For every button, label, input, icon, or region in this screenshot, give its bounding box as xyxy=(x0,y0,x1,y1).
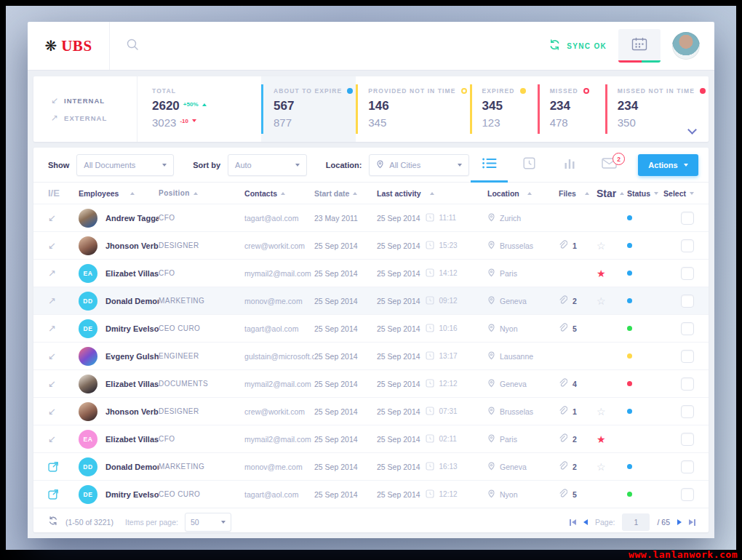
row-checkbox[interactable] xyxy=(681,350,694,363)
location-value: All Cities xyxy=(389,161,420,169)
calendar-button[interactable] xyxy=(618,29,661,63)
table-row[interactable]: DD Donald Demonov MARKETING monov@me.com… xyxy=(33,452,709,480)
result-range: (1-50 of 3221) xyxy=(65,518,113,527)
row-checkbox[interactable] xyxy=(681,212,694,225)
row-checkbox[interactable] xyxy=(681,460,694,473)
documents-filter-select[interactable]: All Documents xyxy=(76,154,174,176)
row-checkbox[interactable] xyxy=(681,377,694,391)
table-row[interactable]: ↙ Evgeny Gulshtein ENGINEER gulstain@mic… xyxy=(33,342,709,369)
delta-down-icon xyxy=(192,119,196,124)
first-page-button[interactable] xyxy=(570,519,576,526)
stat-label: ABOUT TO EXPIRE xyxy=(274,87,342,95)
column-header-employees[interactable]: Employees xyxy=(79,189,159,198)
row-checkbox[interactable] xyxy=(681,488,694,501)
stat-label: EXPIRED xyxy=(482,87,515,95)
star-icon[interactable]: ☆ xyxy=(597,240,624,252)
table-row[interactable]: ↗ DD Donald Demonov MARKETING monov@me.c… xyxy=(33,287,709,314)
last-page-button[interactable] xyxy=(689,519,695,526)
chevron-down-icon xyxy=(295,164,300,167)
employee-name: Evgeny Gulshtein xyxy=(105,352,159,361)
sort-caret-icon xyxy=(690,192,694,195)
status-dot xyxy=(627,353,632,359)
column-header-position[interactable]: Position xyxy=(159,189,244,197)
start-date-cell: 25 Sep 2014 xyxy=(314,380,377,388)
location-select[interactable]: All Cities xyxy=(369,154,469,176)
table-row[interactable]: ↗ EA Elizabet Villasa CFO mymail2@mail.c… xyxy=(33,259,709,287)
mail-view-tab[interactable]: 2 xyxy=(589,148,629,182)
stat-card[interactable]: ABOUT TO EXPIRE 567 877 xyxy=(261,76,356,142)
column-header-start-date[interactable]: Start date xyxy=(314,189,377,198)
files-cell: 4 xyxy=(559,378,597,389)
location-cell: Brusselas xyxy=(500,241,533,250)
stat-card[interactable]: MISSED 234 478 xyxy=(538,76,605,142)
row-checkbox[interactable] xyxy=(681,322,694,335)
row-checkbox[interactable] xyxy=(681,405,694,418)
avatar: DD xyxy=(79,292,97,311)
column-header-contacts[interactable]: Contacts xyxy=(244,189,314,198)
list-view-tab[interactable] xyxy=(469,148,509,182)
paperclip-icon xyxy=(559,489,567,500)
table-row[interactable]: ↙ Elizabet Villasa DOCUMENTS mymail2@mai… xyxy=(33,369,709,397)
internal-legend[interactable]: ↙ INTERNAL xyxy=(51,95,137,105)
files-cell xyxy=(559,268,597,279)
chart-view-tab[interactable] xyxy=(549,148,589,182)
files-cell: 2 xyxy=(559,295,597,306)
stat-label: MISSED NOT IN TIME xyxy=(618,87,695,95)
column-header-star[interactable]: Star xyxy=(597,188,624,199)
activity-date: 25 Sep 2014 xyxy=(377,324,420,333)
previous-page-button[interactable] xyxy=(583,519,588,525)
contact-cell: tagart@aol.com xyxy=(244,324,314,333)
external-legend[interactable]: ↗ EXTERNAL xyxy=(51,113,137,123)
files-cell: 2 xyxy=(559,461,597,472)
next-page-button[interactable] xyxy=(677,519,682,525)
row-checkbox[interactable] xyxy=(681,239,694,252)
row-checkbox[interactable] xyxy=(681,433,694,446)
search-icon[interactable] xyxy=(126,38,139,54)
star-icon[interactable]: ★ xyxy=(597,433,624,445)
column-header-select[interactable]: Select xyxy=(661,189,694,198)
stat-dot-icon xyxy=(461,88,467,94)
items-per-page-select[interactable]: 50 xyxy=(185,513,231,532)
ie-direction-icon: ↗ xyxy=(48,323,56,334)
column-header-location[interactable]: Location xyxy=(487,189,559,198)
table-row[interactable]: ↗ DE Dmitry Evelson CEO CURO tagart@aol.… xyxy=(33,314,709,342)
table-row[interactable]: ↙ Jhonson Verbitum DESIGNER crew@workit.… xyxy=(33,397,709,425)
column-header-files[interactable]: Files xyxy=(559,189,597,198)
ie-direction-icon: ↙ xyxy=(48,433,56,444)
files-count: 2 xyxy=(573,435,577,444)
star-icon[interactable]: ★ xyxy=(597,268,624,279)
column-header-status[interactable]: Status xyxy=(624,189,661,198)
items-per-page-value: 50 xyxy=(191,518,199,527)
sync-status[interactable]: SYNC OK xyxy=(548,39,607,54)
location-cell: Brusselas xyxy=(500,407,533,416)
stat-card[interactable]: EXPIRED 345 123 xyxy=(470,76,538,142)
user-avatar[interactable] xyxy=(672,32,700,60)
avatar: DE xyxy=(79,485,97,504)
row-checkbox[interactable] xyxy=(681,295,694,308)
page-input[interactable] xyxy=(622,513,650,531)
table-row[interactable]: ↙ Andrew Taggart CFO tagart@aol.com 23 M… xyxy=(33,204,709,231)
row-checkbox[interactable] xyxy=(681,267,694,280)
pin-icon xyxy=(487,296,495,306)
star-icon[interactable]: ☆ xyxy=(597,461,624,473)
start-date-cell: 25 Sep 2014 xyxy=(314,407,377,416)
column-header-last-activity[interactable]: Last activity xyxy=(377,189,487,198)
column-header-i-e[interactable]: I/E xyxy=(48,188,79,199)
table-row[interactable]: ↙ Jhonson Verbitum DESIGNER crew@workit.… xyxy=(33,231,709,259)
star-icon[interactable]: ☆ xyxy=(597,406,624,417)
status-dot xyxy=(627,271,632,276)
star-icon[interactable]: ☆ xyxy=(597,295,624,307)
sort-select[interactable]: Auto xyxy=(228,154,307,176)
location-cell: Zurich xyxy=(500,214,521,223)
refresh-icon[interactable] xyxy=(48,516,58,529)
actions-button[interactable]: Actions xyxy=(638,154,698,176)
stat-internal-value: 345 xyxy=(482,99,535,113)
app-header: ❋ UBS SYNC OK xyxy=(28,22,714,70)
table-row[interactable]: DE Dmitry Evelson CEO CURO tagart@aol.co… xyxy=(33,480,709,508)
agenda-view-tab[interactable] xyxy=(509,148,549,182)
table-row[interactable]: ↙ EA Elizabet Villasa CFO mymail2@mail.c… xyxy=(33,425,709,452)
calendar-icon xyxy=(631,37,648,55)
avatar xyxy=(79,402,97,421)
stat-card[interactable]: PROVIDED NOT IN TIME 146 345 xyxy=(356,76,469,142)
contact-cell: mymail2@mail.com xyxy=(244,435,314,444)
